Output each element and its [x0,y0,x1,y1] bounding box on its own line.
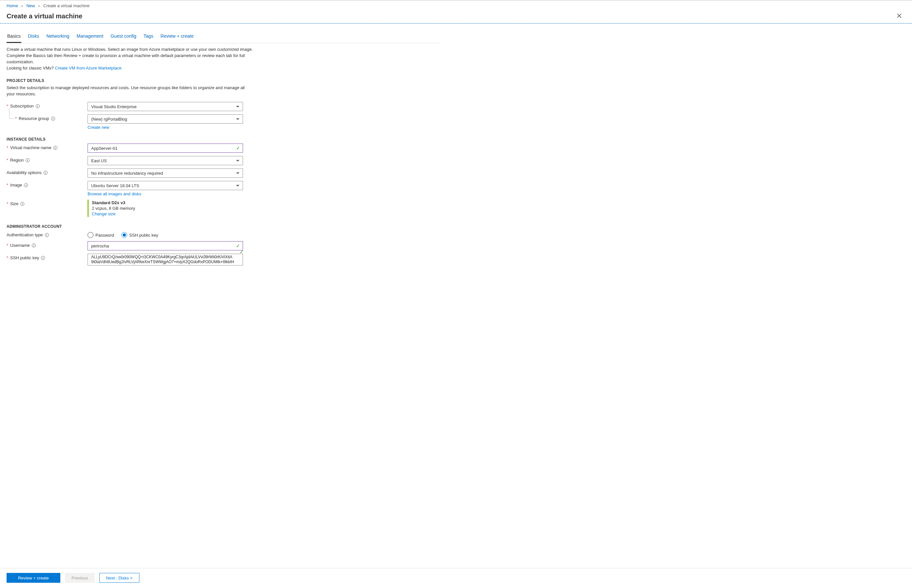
content-scroll[interactable]: Basics Disks Networking Management Guest… [0,24,912,568]
availability-select[interactable]: No infrastructure redundancy required [87,168,243,178]
project-details-description: Select the subscription to manage deploy… [6,85,249,97]
auth-password-radio[interactable]: Password [87,232,114,238]
browse-images-link[interactable]: Browse all images and disks [87,191,141,196]
tab-management[interactable]: Management [76,30,104,43]
resource-group-label: * Resource group [15,115,87,121]
breadcrumb-new-link[interactable]: New [26,3,35,8]
chevron-right-icon: > [38,4,40,8]
tab-bar: Basics Disks Networking Management Guest… [6,30,440,43]
info-icon[interactable] [36,104,40,108]
auth-ssh-radio[interactable]: SSH public key [121,232,158,238]
image-select[interactable]: Ubuntu Server 18.04 LTS [87,181,243,190]
size-box: Standard D2s v3 2 vcpus, 8 GB memory Cha… [87,200,243,217]
username-input[interactable]: perirocha ✓ [87,241,243,250]
previous-button: Previous [65,573,95,583]
auth-type-radio-group: Password SSH public key [87,231,243,238]
vm-name-value: AppServer-01 [91,146,117,151]
auth-type-label: Authentication type [6,231,87,237]
resource-group-select[interactable]: (New) rgPortalBlog [87,115,243,124]
title-bar: Create a virtual machine [0,10,912,23]
info-icon[interactable] [44,171,48,175]
page-title: Create a virtual machine [6,13,82,20]
footer-bar: Review + create Previous Next : Disks > [0,568,912,588]
tab-guest-config[interactable]: Guest config [110,30,137,43]
ssh-key-label: * SSH public key [6,254,87,260]
marketplace-link[interactable]: Create VM from Azure Marketplace [55,66,121,71]
region-select[interactable]: East US [87,156,243,165]
info-icon[interactable] [53,146,57,150]
info-icon[interactable] [24,183,28,187]
size-spec: 2 vcpus, 8 GB memory [92,206,243,211]
breadcrumb-home-link[interactable]: Home [6,3,18,8]
section-head-admin-account: ADMINISTRATOR ACCOUNT [6,224,440,229]
username-label: * Username [6,241,87,248]
info-icon[interactable] [32,244,36,247]
size-label: * Size [6,200,87,206]
breadcrumb-current: Create a virtual machine [43,3,89,8]
info-icon[interactable] [26,158,29,162]
ssh-key-textarea[interactable]: ALLyU9DCrQ/xw0r090WQQ+i3CKWC0A49KyrgC3qr… [87,254,243,265]
username-value: perirocha [91,244,109,249]
availability-value: No infrastructure redundancy required [91,171,163,176]
size-name: Standard D2s v3 [92,200,243,205]
tab-tags[interactable]: Tags [143,30,154,43]
intro-line1: Create a virtual machine that runs Linux… [6,47,253,52]
intro-line3: Looking for classic VMs? [6,66,55,71]
image-label: * Image [6,181,87,187]
radio-unchecked-icon [87,232,94,238]
subscription-label: * Subscription [6,102,87,108]
radio-checked-icon [121,232,127,238]
info-icon[interactable] [20,202,24,206]
close-icon [897,13,902,18]
region-label: * Region [6,156,87,163]
availability-label: Availability options [6,168,87,175]
close-button[interactable] [894,11,904,21]
create-new-link[interactable]: Create new [87,125,109,130]
image-value: Ubuntu Server 18.04 LTS [91,183,139,188]
subscription-value: Visual Studio Enterprise [91,104,137,109]
info-icon[interactable] [41,256,45,260]
next-disks-button[interactable]: Next : Disks > [99,573,140,583]
vm-name-label: * Virtual machine name [6,144,87,150]
tab-networking[interactable]: Networking [45,30,70,43]
section-head-instance-details: INSTANCE DETAILS [6,137,440,142]
vm-name-input[interactable]: AppServer-01 ✓ [87,144,243,153]
tab-basics[interactable]: Basics [6,30,21,43]
intro-line2: Complete the Basics tab then Review + cr… [6,53,245,64]
auth-password-label: Password [95,233,114,237]
tab-disks[interactable]: Disks [27,30,40,43]
review-create-button[interactable]: Review + create [6,573,60,583]
breadcrumb: Home > New > Create a virtual machine [0,0,912,10]
checkmark-icon: ✓ [236,243,240,249]
checkmark-icon: ✓ [236,145,240,151]
change-size-link[interactable]: Change size [92,212,115,216]
auth-ssh-label: SSH public key [129,233,158,237]
region-value: East US [91,158,107,163]
subscription-select[interactable]: Visual Studio Enterprise [87,102,243,111]
resource-group-value: (New) rgPortalBlog [91,117,127,121]
intro-text: Create a virtual machine that runs Linux… [6,47,256,71]
checkmark-icon: ✓ [240,249,244,254]
chevron-right-icon: > [21,4,23,8]
tab-review-create[interactable]: Review + create [160,30,194,43]
info-icon[interactable] [51,117,55,121]
section-head-project-details: PROJECT DETAILS [6,78,440,83]
info-icon[interactable] [45,233,49,237]
